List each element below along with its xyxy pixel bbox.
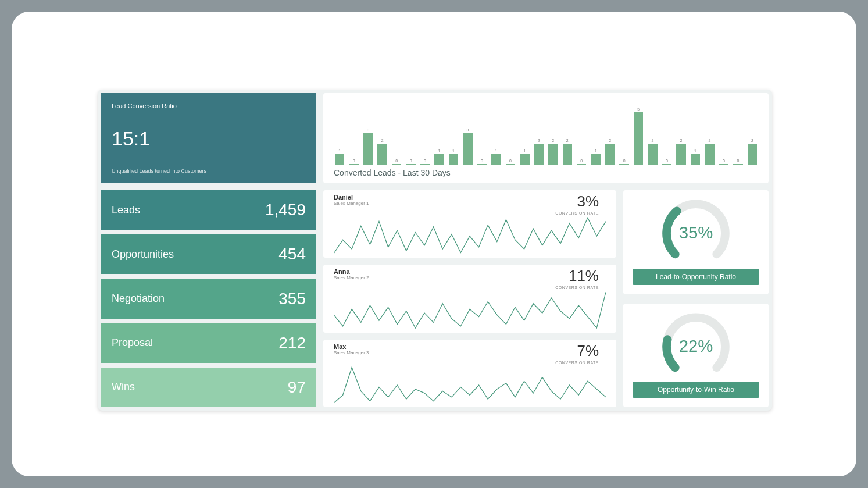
bar-value-label: 0 (723, 159, 725, 163)
bar-column: 2 (376, 138, 388, 165)
gauge-card-lead-to-opportunity-ratio[interactable]: 35%Lead-to-Opportunity Ratio (623, 190, 769, 294)
bar-rect (548, 144, 558, 165)
manager-rate: 11% (569, 267, 599, 285)
bar-column: 1 (590, 149, 601, 165)
bar-rect (477, 164, 487, 165)
manager-card-max[interactable]: MaxSales Manager 37%CONVERSION RATE (323, 340, 616, 407)
bar-column: 2 (646, 138, 658, 165)
manager-sparkline (334, 216, 606, 255)
manager-name: Anna (334, 268, 606, 275)
bar-value-label: 2 (566, 138, 569, 143)
gauge-label: Opportunity-to-Win Ratio (633, 382, 759, 398)
tile-subtitle: Unqualified Leads turned into Customers (112, 168, 306, 174)
app-frame: Lead Conversion Ratio 15:1 Unqualified L… (12, 12, 856, 476)
bar-column: 0 (505, 159, 516, 165)
bar-column: 1 (690, 149, 701, 165)
bar-value-label: 2 (652, 138, 654, 143)
bar-value-label: 2 (609, 138, 611, 143)
bar-column: 2 (533, 138, 545, 165)
funnel-tile-proposal[interactable]: Proposal212 (101, 323, 316, 363)
tile-title: Lead Conversion Ratio (112, 102, 306, 109)
bar-column: 2 (703, 138, 715, 165)
gauge-label: Lead-to-Opportunity Ratio (633, 269, 759, 285)
svg-text:35%: 35% (679, 223, 713, 242)
bar-value-label: 5 (637, 107, 640, 111)
manager-sparkline (334, 365, 606, 405)
tile-lead-conversion-ratio[interactable]: Lead Conversion Ratio 15:1 Unqualified L… (101, 93, 316, 183)
bar-column: 2 (547, 138, 559, 165)
bar-value-label: 0 (737, 159, 739, 163)
funnel-tile-wins[interactable]: Wins97 (101, 368, 316, 407)
gauges-column: 35%Lead-to-Opportunity Ratio22%Opportuni… (623, 190, 769, 407)
bar-column: 1 (519, 149, 530, 165)
manager-role: Sales Manager 3 (334, 350, 606, 355)
bar-rect (676, 144, 685, 165)
bar-rect (719, 164, 728, 165)
bar-column: 2 (675, 138, 687, 165)
bar-rect (534, 144, 544, 165)
bar-rect (577, 164, 586, 165)
bar-rect (748, 144, 757, 165)
manager-role: Sales Manager 1 (334, 201, 606, 206)
bar-rect (662, 164, 671, 165)
tile-value: 15:1 (112, 127, 306, 150)
bar-chart-area: 103200011301012220120520212002 (334, 99, 758, 165)
funnel-value: 355 (278, 290, 306, 308)
card-converted-leads-bar-chart[interactable]: 103200011301012220120520212002 Converted… (323, 93, 769, 183)
manager-rate-label: CONVERSION RATE (555, 361, 599, 365)
bar-column: 0 (405, 159, 416, 165)
bar-rect (705, 144, 714, 165)
bar-rect (563, 144, 572, 165)
bar-value-label: 3 (467, 128, 469, 132)
bar-value-label: 1 (694, 149, 696, 153)
bar-column: 2 (746, 138, 758, 165)
bar-rect (520, 154, 529, 165)
funnel-tile-leads[interactable]: Leads1,459 (101, 190, 316, 230)
funnel-label: Proposal (112, 337, 153, 349)
bar-column: 5 (633, 107, 644, 165)
bar-value-label: 2 (552, 138, 554, 143)
bar-value-label: 3 (367, 128, 369, 132)
gauge-chart: 22% (652, 309, 740, 376)
bar-value-label: 0 (509, 159, 512, 163)
bar-value-label: 2 (538, 138, 540, 143)
bar-column: 1 (448, 149, 459, 165)
gauge-card-opportunity-to-win-ratio[interactable]: 22%Opportunity-to-Win Ratio (623, 304, 769, 408)
bar-column: 0 (618, 159, 630, 165)
bar-rect (733, 164, 742, 165)
funnel-label: Wins (112, 381, 135, 393)
funnel-value: 212 (278, 334, 306, 352)
funnel-tile-opportunities[interactable]: Opportunities454 (101, 234, 316, 274)
bar-column: 0 (661, 159, 673, 165)
bar-column: 0 (476, 159, 488, 165)
manager-card-daniel[interactable]: DanielSales Manager 13%CONVERSION RATE (323, 190, 616, 258)
manager-rate-label: CONVERSION RATE (555, 211, 599, 215)
bar-value-label: 0 (353, 159, 355, 163)
bar-value-label: 1 (495, 149, 497, 153)
manager-rate: 7% (577, 342, 599, 360)
bar-value-label: 1 (595, 149, 597, 153)
bar-rect (363, 133, 373, 165)
bar-value-label: 2 (381, 138, 384, 143)
manager-role: Sales Manager 2 (334, 275, 606, 280)
bar-value-label: 0 (395, 159, 398, 163)
bar-rect (392, 164, 401, 165)
bar-rect (634, 112, 643, 165)
bar-value-label: 1 (338, 149, 341, 153)
bar-rect (619, 164, 628, 165)
bar-rect (349, 164, 359, 165)
manager-card-anna[interactable]: AnnaSales Manager 211%CONVERSION RATE (323, 265, 616, 332)
bar-rect (463, 133, 472, 165)
bar-rect (648, 144, 657, 165)
bar-column: 1 (433, 149, 445, 165)
bar-rect (691, 154, 700, 165)
bar-rect (449, 154, 458, 165)
bar-rect (591, 154, 600, 165)
manager-name: Daniel (334, 194, 606, 201)
bar-column: 2 (604, 138, 616, 165)
bar-value-label: 0 (580, 159, 583, 163)
funnel-label: Negotiation (112, 293, 165, 305)
funnel-tile-negotiation[interactable]: Negotiation355 (101, 279, 316, 318)
bar-value-label: 2 (751, 138, 753, 143)
funnel-value: 454 (278, 245, 306, 263)
